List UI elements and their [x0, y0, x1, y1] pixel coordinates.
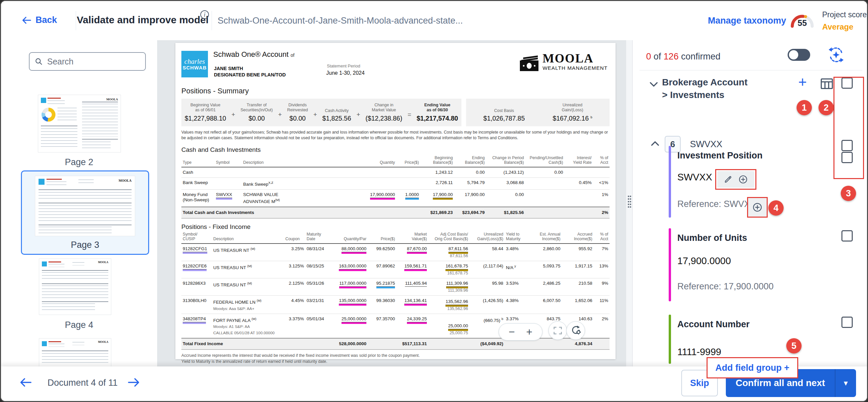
page-thumbnail[interactable]: MOOLA [38, 95, 121, 152]
highlighted-value: 161,678.75 [445, 264, 468, 270]
back-label: Back [35, 15, 57, 25]
summary-item-unrealized: Unrealized Gain/(Loss)$167,092.16 b [553, 103, 592, 122]
field-color-bar [669, 315, 671, 364]
project-score-value: 55 [789, 18, 815, 28]
confirm-all-label: Confirm all and next [726, 378, 835, 389]
search-input[interactable] [47, 57, 140, 66]
zoom-out-button[interactable]: − [508, 327, 515, 337]
highlighted-value: 348208TP4 [183, 316, 206, 322]
table-row: 91282CFE6 US TREASU NT (M) 3.125% 08/15/… [181, 261, 610, 278]
zoom-controls[interactable]: − + [499, 323, 542, 341]
confirm-mode-toggle[interactable] [787, 49, 810, 61]
next-document-button[interactable] [127, 377, 140, 389]
table-row: 348208TP4 FORT PAYNE ALA (M)Moodys: A1 S… [181, 314, 610, 338]
field-label: Investment Position [677, 151, 763, 161]
divider [76, 11, 76, 30]
page-thumbnail[interactable]: MOOLA [39, 259, 111, 315]
highlighted-value: 117,000.0000 [339, 281, 366, 287]
fixed-income-title: Positions - Fixed Income [181, 223, 610, 230]
field-label: Number of Units [677, 233, 747, 243]
annotation-2: 2 [818, 100, 834, 115]
fields-panel: 0 of 126 confirmed Brokerage Account > I… [633, 40, 868, 372]
page-thumbnail-label[interactable]: Page 2 [1, 157, 157, 167]
schwab-logo-line2: SCHWAB [183, 65, 207, 70]
annotation-5: 5 [786, 338, 802, 353]
add-circle-icon[interactable] [739, 175, 748, 184]
field-value: 1111-9999 [677, 346, 721, 358]
page-thumbnail-label[interactable]: Page 3 [22, 240, 148, 250]
project-score-gauge: 55 [789, 8, 815, 32]
highlighted-value: 87,611.56 [448, 246, 468, 252]
table-row: Bank Sweep Bank SweepX,Z 2,726.11 5,794.… [181, 178, 610, 190]
highlighted-value: 95.21875 [376, 281, 395, 287]
field-edit-annotation-box [715, 169, 756, 190]
add-field-group-button[interactable]: Add field group + [715, 363, 789, 373]
info-icon[interactable]: i [200, 10, 209, 19]
field-checkbox[interactable] [841, 317, 853, 328]
money-bill-icon [520, 56, 538, 71]
zoom-in-button[interactable]: + [526, 327, 532, 337]
reference-add-annotation-box [747, 197, 768, 218]
back-button[interactable]: Back [22, 15, 57, 25]
chevron-down-icon[interactable] [649, 81, 659, 89]
highlighted-value: 25,000.0000 [341, 316, 366, 322]
highlighted-value: 91282CFG1 [183, 246, 207, 252]
edit-pencil-icon[interactable] [724, 175, 733, 184]
highlighted-value: 87,670.00 [407, 246, 427, 252]
fit-icon [553, 326, 562, 335]
highlighted-value: 1.0000 [405, 192, 419, 198]
annotation-box-checkbox-column [833, 77, 864, 179]
moola-name: MOOLA [542, 53, 608, 64]
field-label: Account Number [677, 319, 750, 330]
item-count-badge[interactable]: 6 [665, 136, 681, 153]
table-view-icon[interactable] [820, 78, 833, 91]
positions-summary-band: Beginning Value as of 06/01$1,227,988.10… [181, 99, 610, 126]
highlighted-value: 134,136.41 [404, 298, 427, 304]
divider [212, 11, 212, 30]
add-field-button[interactable]: + [798, 75, 807, 89]
positions-summary-title: Positions - Summary [181, 87, 610, 95]
highlighted-value: 24,339.25 [407, 316, 427, 322]
thumbnail-sidebar: MOOLA Page 2 MOOLA Page 3 [1, 40, 157, 367]
annotation-3: 3 [841, 186, 856, 201]
highlighted-value: 111,309.96 [446, 281, 468, 287]
field-color-bar [669, 228, 671, 301]
search-box[interactable] [29, 52, 146, 71]
table-row: 3130B0LH0 FEDERAL HOME LN (M)Moodys: Aaa… [181, 296, 610, 314]
annotation-box-add-field-group: Add field group + [707, 357, 798, 378]
add-circle-icon[interactable] [752, 202, 763, 212]
highlighted-value: SWVXX [216, 192, 232, 198]
operator: + [277, 111, 283, 118]
schwab-logo: charles SCHWAB [181, 51, 208, 78]
field-value: SWVXX [677, 172, 712, 183]
page-thumbnail-selected[interactable]: MOOLA Page 3 [21, 171, 149, 255]
document-page: charles SCHWAB Schwab One® Account of JA… [176, 43, 616, 359]
field-reference: Reference: SWVXX [677, 199, 756, 209]
highlighted-value: 25,000.00 [448, 323, 468, 329]
highlighted-value: 135,562.96 [445, 299, 468, 305]
statement-period-label: Statement Period [327, 63, 360, 68]
table-row: Cash 1,243.12 0.00 (1,243.12) 0.00 [181, 167, 610, 178]
auto-sync-icon[interactable] [828, 46, 845, 65]
panel-resize-handle[interactable] [626, 40, 633, 367]
chevron-up-icon[interactable] [650, 140, 660, 149]
annotation-1: 1 [797, 100, 812, 115]
moola-subtitle: WEALTH MANAGEMENT [542, 65, 608, 71]
highlighted-value: 88,000.0000 [341, 246, 366, 252]
summary-item: Transfer of Securities(In/Out)$0.00 [241, 103, 273, 122]
field-checkbox[interactable] [841, 230, 853, 242]
fit-to-screen-button[interactable] [549, 321, 567, 340]
account-owner: JANE SMITH DESIGNATED BENE PLAN/TOD [214, 65, 286, 78]
summary-item: Cash Activity$1,825.56 [322, 103, 351, 122]
page-thumbnail[interactable]: MOOLA [39, 339, 111, 367]
previous-document-button[interactable] [20, 377, 32, 389]
schwab-logo-line1: charles [184, 58, 205, 65]
confirm-dropdown-button[interactable]: ▾ [835, 378, 856, 388]
rotate-button[interactable] [566, 321, 585, 340]
statement-header: charles SCHWAB Schwab One® Account of JA… [181, 50, 610, 84]
manage-taxonomy-link[interactable]: Manage taxonomy [708, 16, 786, 26]
project-score-rating: Average [822, 22, 854, 32]
page-thumbnail-label[interactable]: Page 4 [1, 320, 157, 330]
highlighted-value: 17,900.00 [433, 192, 453, 198]
item-ticker: SWVXX [690, 139, 722, 150]
